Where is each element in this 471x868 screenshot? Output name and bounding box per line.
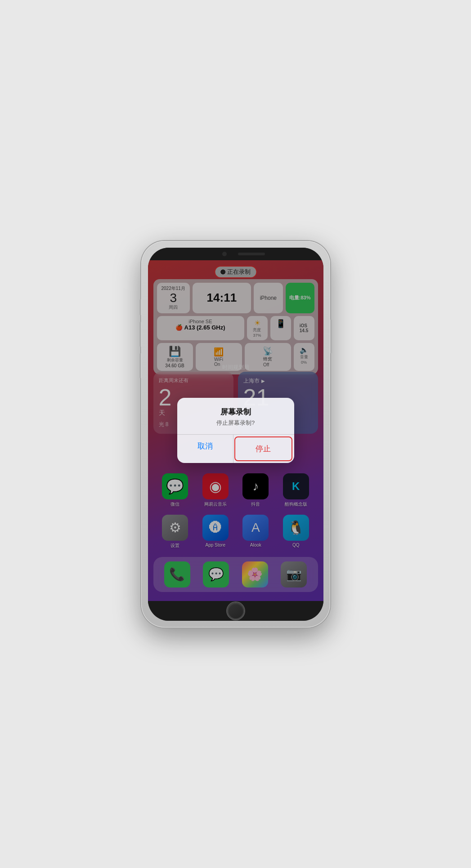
- dialog-subtitle: 停止屏幕录制?: [184, 419, 287, 427]
- mute-button[interactable]: [139, 299, 141, 315]
- dialog-title: 屏幕录制: [184, 407, 287, 417]
- phone-top-bar: [148, 248, 323, 260]
- home-button[interactable]: [227, 602, 244, 619]
- screen: ⊙ 正在录制 2022年11月 3 周四 14:11 iPhone: [148, 260, 323, 601]
- volume-down-button[interactable]: [139, 353, 141, 378]
- power-button[interactable]: [330, 320, 332, 353]
- stop-button[interactable]: 停止: [234, 436, 292, 461]
- dialog-content: 屏幕录制 停止屏幕录制?: [177, 398, 294, 434]
- front-camera: [222, 252, 227, 256]
- screen-recording-dialog: 屏幕录制 停止屏幕录制? 取消 停止: [177, 398, 294, 463]
- dialog-buttons: 取消 停止: [177, 434, 294, 463]
- phone-frame: ⊙ 正在录制 2022年11月 3 周四 14:11 iPhone: [141, 241, 330, 628]
- phone-screen-container: ⊙ 正在录制 2022年11月 3 周四 14:11 iPhone: [148, 248, 323, 621]
- cancel-button[interactable]: 取消: [177, 435, 234, 463]
- volume-up-button[interactable]: [139, 322, 141, 347]
- home-button-area: [148, 601, 323, 621]
- dialog-overlay: 屏幕录制 停止屏幕录制? 取消 停止: [148, 260, 323, 601]
- speaker: [238, 253, 265, 255]
